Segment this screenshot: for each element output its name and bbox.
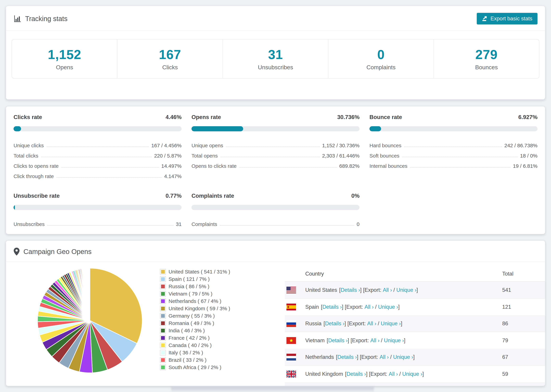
details-link[interactable]: Details › xyxy=(328,337,348,343)
geo-pie-chart xyxy=(35,266,145,377)
legend-item-france[interactable]: France ( 42 / 2% ) xyxy=(160,334,230,342)
rate-row-label: Hard bounces xyxy=(369,143,402,148)
legend-label: Italy ( 36 / 2% ) xyxy=(169,350,203,356)
legend-item-germany[interactable]: Germany ( 55 / 3% ) xyxy=(160,312,230,320)
export-unique-link[interactable]: Unique › xyxy=(402,371,422,377)
export-all-link[interactable]: All › xyxy=(365,304,374,310)
legend-item-united-kingdom[interactable]: United Kingdom ( 59 / 3% ) xyxy=(160,305,230,312)
rate-row-value: 14.497% xyxy=(161,163,182,169)
rate-percent-value: 0% xyxy=(351,193,360,199)
legend-item-italy[interactable]: Italy ( 36 / 2% ) xyxy=(160,349,230,356)
rate-detail-row: Unique clicks167 / 4.456% xyxy=(14,138,182,148)
page-title: Tracking stats xyxy=(25,15,67,23)
rate-row-label: Unsubscribes xyxy=(14,221,45,227)
table-row-russia: Russia[Details ›] [Export: All › / Uniqu… xyxy=(285,315,545,332)
dotted-leader xyxy=(220,157,320,157)
stat-value: 0 xyxy=(377,47,385,62)
legend-item-romania[interactable]: Romania ( 49 / 3% ) xyxy=(160,320,230,327)
stat-value: 1,152 xyxy=(48,47,81,62)
country-name: Vietnam xyxy=(305,337,325,343)
export-all-link[interactable]: All › xyxy=(380,354,389,360)
stat-value: 279 xyxy=(475,47,498,62)
rate-detail-row: Unique opens1,152 / 30.736% xyxy=(191,138,360,148)
rate-detail-row: Click through rate4.147% xyxy=(14,169,182,179)
legend-color-swatch xyxy=(160,320,166,326)
legend-item-spain[interactable]: Spain ( 121 / 7% ) xyxy=(160,275,230,283)
stat-label: Clicks xyxy=(162,64,178,71)
pie-legend: United States ( 541 / 31% )Spain ( 121 /… xyxy=(160,268,230,371)
export-unique-link[interactable]: Unique › xyxy=(384,337,404,343)
export-prefix: Export: xyxy=(346,304,365,310)
export-unique-link[interactable]: Unique › xyxy=(393,354,413,360)
stat-opens: 1,152Opens xyxy=(12,40,117,78)
legend-color-swatch xyxy=(160,291,166,297)
dotted-leader xyxy=(226,147,320,147)
export-all-link[interactable]: All › xyxy=(383,287,392,293)
export-unique-link[interactable]: Unique › xyxy=(381,321,401,327)
progress-bar-fill xyxy=(369,126,381,131)
stat-label: Complaints xyxy=(366,64,396,71)
export-unique-link[interactable]: Unique › xyxy=(396,287,416,293)
legend-label: Russia ( 86 / 5% ) xyxy=(169,284,209,289)
rate-title: Complaints rate xyxy=(191,193,234,199)
rate-row-label: Unique opens xyxy=(191,143,223,148)
legend-item-canada[interactable]: Canada ( 40 / 2% ) xyxy=(160,342,230,349)
export-all-link[interactable]: All › xyxy=(367,321,376,327)
tracking-stats-header: Tracking stats Export basic stats xyxy=(6,6,545,31)
details-link[interactable]: Details › xyxy=(338,354,357,360)
export-all-link[interactable]: All › xyxy=(370,337,379,343)
export-unique-link[interactable]: Unique › xyxy=(378,304,398,310)
legend-item-vietnam[interactable]: Vietnam ( 79 / 5% ) xyxy=(160,290,230,297)
rate-row-label: Opens to clicks rate xyxy=(191,163,236,169)
us-flag-icon xyxy=(286,287,296,294)
legend-color-swatch xyxy=(160,306,166,311)
rate-percent-value: 30.736% xyxy=(337,114,360,120)
table-row-clipped xyxy=(285,382,545,386)
rate-detail-row: Unsubscribes31 xyxy=(14,217,182,227)
dotted-leader xyxy=(47,147,149,147)
details-link[interactable]: Details › xyxy=(325,321,345,327)
rate-percent-value: 0.77% xyxy=(165,193,182,199)
rate-detail-row: Total opens2,303 / 61.446% xyxy=(191,148,360,159)
dotted-leader xyxy=(41,157,152,157)
legend-label: Spain ( 121 / 7% ) xyxy=(169,276,210,282)
legend-label: Brazil ( 33 / 2% ) xyxy=(169,357,206,363)
country-name: United Kingdom xyxy=(305,371,343,377)
legend-color-swatch xyxy=(160,350,166,356)
legend-label: Germany ( 55 / 3% ) xyxy=(169,313,215,319)
rate-row-value: 167 / 4.456% xyxy=(151,143,182,148)
export-basic-stats-button[interactable]: Export basic stats xyxy=(477,13,537,24)
legend-item-netherlands[interactable]: Netherlands ( 67 / 4% ) xyxy=(160,297,230,305)
progress-bar xyxy=(191,205,360,210)
rate-row-value: 2,303 / 61.446% xyxy=(322,153,360,159)
rate-row-value: 19 / 6.81% xyxy=(513,163,537,169)
dotted-leader xyxy=(47,225,174,226)
legend-item-brazil[interactable]: Brazil ( 33 / 2% ) xyxy=(160,356,230,364)
legend-label: France ( 42 / 2% ) xyxy=(169,335,210,341)
legend-color-swatch xyxy=(160,357,166,363)
country-name: Netherlands xyxy=(305,354,334,360)
legend-item-united-states[interactable]: United States ( 541 / 31% ) xyxy=(160,268,230,275)
legend-item-russia[interactable]: Russia ( 86 / 5% ) xyxy=(160,283,230,290)
details-link[interactable]: Details › xyxy=(346,371,366,377)
export-all-link[interactable]: All › xyxy=(389,371,398,377)
details-link[interactable]: Details › xyxy=(322,304,342,310)
rate-percent-value: 4.46% xyxy=(165,114,182,120)
export-prefix: Export: xyxy=(365,287,383,293)
rate-detail-row: Complaints0 xyxy=(191,217,360,227)
table-row-netherlands: Netherlands[Details ›] [Export: All › / … xyxy=(285,349,545,365)
rate-detail-row: Soft bounces18 / 0% xyxy=(369,148,537,159)
progress-bar-fill xyxy=(191,126,243,131)
geo-table-header: Country Total xyxy=(285,266,545,282)
stat-unsubscribes: 31Unsubscribes xyxy=(223,40,328,78)
rate-title: Unsubscribe rate xyxy=(14,193,60,199)
legend-item-south-africa[interactable]: South Africa ( 29 / 2% ) xyxy=(160,364,230,371)
legend-color-swatch xyxy=(160,276,166,282)
legend-item-india[interactable]: India ( 46 / 3% ) xyxy=(160,327,230,334)
stat-label: Unsubscribes xyxy=(258,64,293,71)
stat-value: 167 xyxy=(159,47,181,62)
legend-label: India ( 46 / 3% ) xyxy=(169,328,205,334)
geo-header: Campaign Geo Opens xyxy=(6,241,545,262)
rate-row-label: Click through rate xyxy=(14,173,54,179)
details-link[interactable]: Details › xyxy=(341,287,360,293)
